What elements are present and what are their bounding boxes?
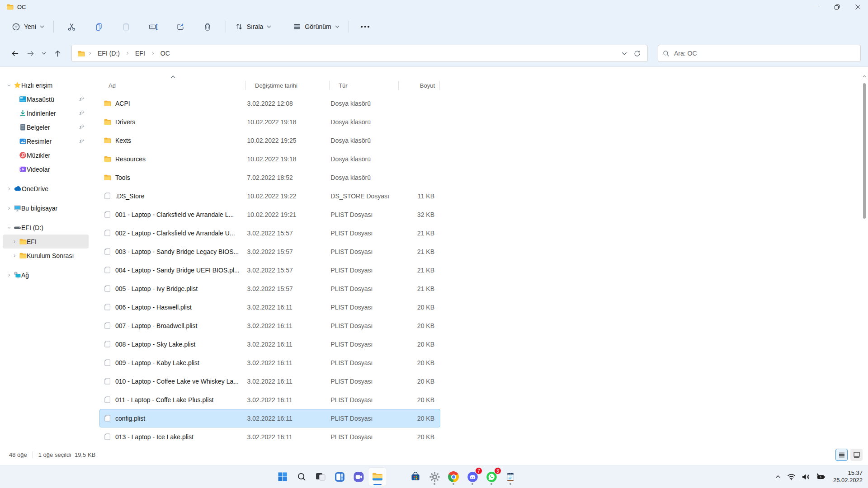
sidebar-item-masa-st-[interactable]: Masaüstü bbox=[3, 92, 89, 106]
file-row[interactable]: 010 - Laptop - Coffee Lake ve Whiskey La… bbox=[99, 372, 440, 390]
sidebar-item-videolar[interactable]: Videolar bbox=[3, 162, 89, 176]
chrome-button[interactable] bbox=[444, 468, 462, 486]
breadcrumb-item[interactable]: OC bbox=[157, 48, 174, 59]
column-header-3[interactable]: Boyut bbox=[399, 81, 440, 90]
sidebar-item-a-[interactable]: Ağ bbox=[3, 268, 89, 282]
chat-button[interactable] bbox=[349, 468, 368, 486]
chevron-right-icon[interactable] bbox=[10, 239, 19, 244]
widgets-button[interactable] bbox=[330, 468, 349, 486]
sidebar-item-belgeler[interactable]: Belgeler bbox=[3, 120, 89, 134]
file-row[interactable]: 004 - Laptop - Sandy Bridge UEFI BIOS.pl… bbox=[99, 261, 440, 279]
file-row[interactable]: 006 - Laptop - Haswell.plist3.02.2022 16… bbox=[99, 298, 440, 316]
column-header-2[interactable]: Tür bbox=[330, 81, 399, 90]
file-row[interactable]: Tools7.02.2022 18:52Dosya klasörü bbox=[99, 168, 440, 187]
task-view-button[interactable] bbox=[311, 468, 330, 486]
scroll-up-arrow[interactable] bbox=[863, 72, 866, 76]
chevron-right-icon[interactable] bbox=[5, 273, 14, 277]
chevron-down-icon[interactable] bbox=[5, 225, 14, 230]
back-button[interactable] bbox=[7, 46, 23, 61]
sort-button[interactable]: Sırala bbox=[231, 19, 276, 34]
file-row[interactable]: 005 - Laptop - Ivy Bridge.plist3.02.2022… bbox=[99, 279, 440, 298]
address-dropdown-chevron[interactable] bbox=[622, 52, 627, 55]
search-box[interactable] bbox=[658, 45, 861, 62]
file-row[interactable]: 003 - Laptop - Sandy Bridge Legacy BIOS.… bbox=[99, 242, 440, 261]
sidebar-item-efi[interactable]: EFI bbox=[3, 235, 89, 249]
copy-button[interactable] bbox=[89, 18, 109, 35]
file-name-cell: Tools bbox=[100, 174, 246, 181]
file-row[interactable]: config.plist3.02.2022 16:11PLIST Dosyası… bbox=[99, 409, 440, 427]
file-row[interactable]: 007 - Laptop - Broadwell.plist3.02.2022 … bbox=[99, 316, 440, 335]
column-header-0[interactable]: Ad bbox=[99, 81, 246, 90]
file-row[interactable]: 008 - Laptop - Sky Lake.plist3.02.2022 1… bbox=[99, 335, 440, 353]
sidebar-item-efi-d-[interactable]: EFI (D:) bbox=[3, 221, 89, 235]
taskbar-search-button[interactable] bbox=[292, 468, 311, 486]
start-button[interactable] bbox=[274, 468, 292, 486]
file-row[interactable]: ACPI3.02.2022 12:08Dosya klasörü bbox=[99, 94, 440, 113]
file-date: 3.02.2022 16:11 bbox=[246, 378, 330, 385]
scrollbar-thumb[interactable] bbox=[863, 83, 866, 219]
address-bar[interactable]: EFI (D:)EFIOC bbox=[71, 45, 648, 62]
minimize-button[interactable] bbox=[806, 0, 826, 14]
sidebar-item-kurulum-sonras-[interactable]: Kurulum Sonrası bbox=[3, 249, 89, 263]
file-row[interactable]: Resources10.02.2022 19:18Dosya klasörü bbox=[99, 150, 440, 168]
microsoft-store-button[interactable] bbox=[406, 468, 425, 486]
search-input[interactable] bbox=[674, 50, 856, 57]
tray-chevron-up-icon[interactable] bbox=[775, 474, 781, 480]
view-button[interactable]: Görünüm bbox=[288, 19, 344, 34]
close-button[interactable] bbox=[847, 0, 868, 14]
file-row[interactable]: 002 - Laptop - Clarksfield ve Arrandale … bbox=[99, 224, 440, 242]
item-count: 48 öğe bbox=[9, 451, 27, 458]
sidebar-item-onedrive[interactable]: OneDrive bbox=[3, 182, 89, 196]
file-row[interactable]: 013 - Laptop - Ice Lake.plist3.02.2022 1… bbox=[99, 427, 440, 446]
file-icon bbox=[104, 266, 111, 274]
chevron-right-icon[interactable] bbox=[5, 206, 14, 211]
discord-button[interactable]: 7 bbox=[463, 468, 481, 486]
file-row[interactable]: 009 - Laptop - Kaby Lake.plist3.02.2022 … bbox=[99, 353, 440, 372]
breadcrumb-chevron-icon[interactable] bbox=[87, 51, 93, 56]
paste-button[interactable] bbox=[116, 18, 136, 35]
taskbar-clock[interactable]: 15:37 25.02.2022 bbox=[833, 469, 863, 484]
new-button[interactable]: Yeni bbox=[7, 19, 49, 35]
refresh-icon[interactable] bbox=[633, 50, 641, 57]
file-explorer-button[interactable] bbox=[368, 468, 387, 486]
rename-button[interactable] bbox=[143, 18, 163, 35]
breadcrumb-item[interactable]: EFI bbox=[132, 48, 149, 59]
file-name: Tools bbox=[115, 174, 130, 181]
file-row[interactable]: 011 - Laptop - Coffe Lake Plus.plist3.02… bbox=[99, 390, 440, 409]
chevron-right-icon[interactable] bbox=[5, 187, 14, 191]
cut-button[interactable] bbox=[62, 18, 82, 35]
details-view-toggle[interactable] bbox=[835, 449, 848, 461]
file-row[interactable]: .DS_Store10.02.2022 19:22DS_STORE Dosyas… bbox=[99, 187, 440, 205]
up-button[interactable] bbox=[50, 46, 65, 61]
column-header-1[interactable]: Değiştirme tarihi bbox=[246, 81, 330, 90]
chevron-right-icon[interactable] bbox=[10, 253, 19, 258]
sidebar-item-bu-bilgisayar[interactable]: Bu bilgisayar bbox=[3, 201, 89, 215]
notepad-button[interactable] bbox=[501, 468, 519, 486]
vertical-scrollbar[interactable] bbox=[862, 71, 867, 445]
chevron-down-icon[interactable] bbox=[5, 83, 14, 88]
share-button[interactable] bbox=[170, 18, 190, 35]
wifi-icon[interactable] bbox=[787, 473, 796, 481]
folder-icon bbox=[104, 174, 111, 181]
sidebar-item-resimler[interactable]: Resimler bbox=[3, 134, 89, 148]
delete-button[interactable] bbox=[198, 18, 217, 35]
forward-button[interactable] bbox=[23, 46, 38, 61]
more-button[interactable] bbox=[357, 18, 373, 35]
breadcrumb-chevron-icon[interactable] bbox=[150, 51, 156, 56]
sidebar-item-m-zikler[interactable]: Müzikler bbox=[3, 148, 89, 162]
settings-button[interactable] bbox=[425, 468, 443, 486]
battery-charging-icon[interactable] bbox=[816, 473, 826, 480]
file-size: 20 KB bbox=[399, 304, 440, 311]
file-row[interactable]: 001 - Laptop - Clarksfield ve Arrandale … bbox=[99, 205, 440, 224]
volume-icon[interactable] bbox=[802, 473, 810, 481]
thumbnail-view-toggle[interactable] bbox=[850, 449, 863, 461]
file-row[interactable]: Kexts10.02.2022 19:25Dosya klasörü bbox=[99, 131, 440, 150]
file-row[interactable]: Drivers10.02.2022 19:18Dosya klasörü bbox=[99, 113, 440, 131]
restore-button[interactable] bbox=[826, 0, 847, 14]
breadcrumb-chevron-icon[interactable] bbox=[124, 51, 131, 56]
whatsapp-button[interactable]: 3 bbox=[482, 468, 500, 486]
sidebar-item-i-ndirilenler[interactable]: İndirilenler bbox=[3, 106, 89, 120]
sidebar-item-h-zl-eri-im[interactable]: Hızlı erişim bbox=[3, 78, 89, 92]
breadcrumb-item[interactable]: EFI (D:) bbox=[94, 48, 123, 59]
recent-locations-button[interactable] bbox=[38, 46, 50, 61]
